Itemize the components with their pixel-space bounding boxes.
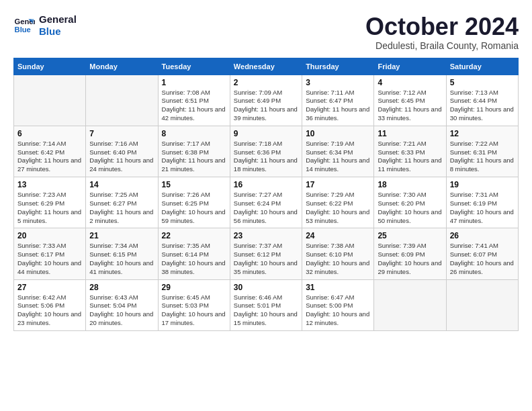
week-row-3: 13Sunrise: 7:23 AMSunset: 6:29 PMDayligh… [14, 177, 519, 228]
day-cell: 12Sunrise: 7:22 AMSunset: 6:31 PMDayligh… [446, 126, 518, 177]
day-cell: 24Sunrise: 7:38 AMSunset: 6:10 PMDayligh… [302, 228, 374, 279]
day-cell: 16Sunrise: 7:27 AMSunset: 6:24 PMDayligh… [230, 177, 302, 228]
day-cell: 28Sunrise: 6:43 AMSunset: 5:04 PMDayligh… [86, 279, 158, 330]
header-saturday: Saturday [446, 58, 518, 75]
day-cell [374, 279, 446, 330]
day-info: Sunrise: 7:39 AMSunset: 6:09 PMDaylight:… [378, 242, 442, 276]
day-cell: 31Sunrise: 6:47 AMSunset: 5:00 PMDayligh… [302, 279, 374, 330]
day-number: 14 [89, 180, 154, 189]
day-number: 31 [306, 283, 370, 292]
day-number: 22 [162, 231, 226, 240]
week-row-4: 20Sunrise: 7:33 AMSunset: 6:17 PMDayligh… [14, 228, 519, 279]
day-cell: 2Sunrise: 7:09 AMSunset: 6:49 PMDaylight… [230, 75, 302, 126]
day-info: Sunrise: 6:46 AMSunset: 5:01 PMDaylight:… [234, 293, 298, 328]
day-info: Sunrise: 6:42 AMSunset: 5:06 PMDaylight:… [17, 293, 82, 328]
day-cell: 8Sunrise: 7:17 AMSunset: 6:38 PMDaylight… [158, 126, 230, 177]
day-number: 18 [378, 180, 442, 189]
day-number: 9 [234, 129, 298, 138]
day-number: 23 [234, 231, 298, 240]
day-cell: 9Sunrise: 7:18 AMSunset: 6:36 PMDaylight… [230, 126, 302, 177]
header-thursday: Thursday [302, 58, 374, 75]
day-info: Sunrise: 7:12 AMSunset: 6:45 PMDaylight:… [378, 89, 442, 123]
day-number: 29 [162, 283, 226, 292]
day-number: 13 [17, 180, 82, 189]
day-info: Sunrise: 7:37 AMSunset: 6:12 PMDaylight:… [234, 242, 298, 276]
calendar-header-row: SundayMondayTuesdayWednesdayThursdayFrid… [14, 58, 519, 75]
day-info: Sunrise: 7:22 AMSunset: 6:31 PMDaylight:… [450, 140, 515, 174]
day-number: 3 [306, 78, 370, 87]
day-number: 1 [162, 78, 226, 87]
day-number: 5 [450, 78, 515, 87]
day-number: 17 [306, 180, 370, 189]
day-number: 28 [89, 283, 154, 292]
day-number: 6 [17, 129, 82, 138]
day-cell: 6Sunrise: 7:14 AMSunset: 6:42 PMDaylight… [14, 126, 86, 177]
header-tuesday: Tuesday [158, 58, 230, 75]
day-cell [14, 75, 86, 126]
day-cell: 5Sunrise: 7:13 AMSunset: 6:44 PMDaylight… [446, 75, 518, 126]
day-info: Sunrise: 7:23 AMSunset: 6:29 PMDaylight:… [17, 191, 82, 225]
day-number: 8 [162, 129, 226, 138]
day-info: Sunrise: 7:08 AMSunset: 6:51 PMDaylight:… [162, 89, 226, 123]
day-cell [86, 75, 158, 126]
day-info: Sunrise: 7:35 AMSunset: 6:14 PMDaylight:… [162, 242, 226, 276]
header-sunday: Sunday [14, 58, 86, 75]
day-info: Sunrise: 7:09 AMSunset: 6:49 PMDaylight:… [234, 89, 298, 123]
svg-text:Blue: Blue [15, 26, 31, 34]
header-wednesday: Wednesday [230, 58, 302, 75]
day-number: 24 [306, 231, 370, 240]
day-cell: 15Sunrise: 7:26 AMSunset: 6:25 PMDayligh… [158, 177, 230, 228]
day-cell: 30Sunrise: 6:46 AMSunset: 5:01 PMDayligh… [230, 279, 302, 330]
day-info: Sunrise: 7:34 AMSunset: 6:15 PMDaylight:… [89, 242, 154, 276]
day-cell: 11Sunrise: 7:21 AMSunset: 6:33 PMDayligh… [374, 126, 446, 177]
day-number: 10 [306, 129, 370, 138]
day-cell: 25Sunrise: 7:39 AMSunset: 6:09 PMDayligh… [374, 228, 446, 279]
day-cell: 3Sunrise: 7:11 AMSunset: 6:47 PMDaylight… [302, 75, 374, 126]
day-info: Sunrise: 7:17 AMSunset: 6:38 PMDaylight:… [162, 140, 226, 174]
day-info: Sunrise: 7:13 AMSunset: 6:44 PMDaylight:… [450, 89, 515, 123]
day-info: Sunrise: 7:27 AMSunset: 6:24 PMDaylight:… [234, 191, 298, 225]
day-number: 15 [162, 180, 226, 189]
day-number: 21 [89, 231, 154, 240]
day-cell: 10Sunrise: 7:19 AMSunset: 6:34 PMDayligh… [302, 126, 374, 177]
day-info: Sunrise: 7:14 AMSunset: 6:42 PMDaylight:… [17, 140, 82, 174]
month-title: October 2024 [365, 13, 519, 40]
day-info: Sunrise: 7:38 AMSunset: 6:10 PMDaylight:… [306, 242, 370, 276]
day-info: Sunrise: 6:45 AMSunset: 5:03 PMDaylight:… [162, 293, 226, 328]
day-number: 7 [89, 129, 154, 138]
day-info: Sunrise: 6:43 AMSunset: 5:04 PMDaylight:… [89, 293, 154, 328]
day-number: 20 [17, 231, 82, 240]
day-cell: 27Sunrise: 6:42 AMSunset: 5:06 PMDayligh… [14, 279, 86, 330]
day-cell: 7Sunrise: 7:16 AMSunset: 6:40 PMDaylight… [86, 126, 158, 177]
day-number: 25 [378, 231, 442, 240]
location: Dedulesti, Braila County, Romania [365, 40, 519, 51]
page-header: General Blue General Blue October 2024 D… [13, 13, 519, 51]
day-info: Sunrise: 7:31 AMSunset: 6:19 PMDaylight:… [450, 191, 515, 225]
day-info: Sunrise: 6:47 AMSunset: 5:00 PMDaylight:… [306, 293, 370, 328]
day-number: 27 [17, 283, 82, 292]
logo-line2: Blue [39, 26, 77, 38]
day-info: Sunrise: 7:41 AMSunset: 6:07 PMDaylight:… [450, 242, 515, 276]
day-cell: 29Sunrise: 6:45 AMSunset: 5:03 PMDayligh… [158, 279, 230, 330]
day-cell: 13Sunrise: 7:23 AMSunset: 6:29 PMDayligh… [14, 177, 86, 228]
week-row-2: 6Sunrise: 7:14 AMSunset: 6:42 PMDaylight… [14, 126, 519, 177]
day-info: Sunrise: 7:26 AMSunset: 6:25 PMDaylight:… [162, 191, 226, 225]
day-number: 4 [378, 78, 442, 87]
day-number: 26 [450, 231, 515, 240]
day-number: 11 [378, 129, 442, 138]
week-row-1: 1Sunrise: 7:08 AMSunset: 6:51 PMDaylight… [14, 75, 519, 126]
day-info: Sunrise: 7:33 AMSunset: 6:17 PMDaylight:… [17, 242, 82, 276]
day-number: 16 [234, 180, 298, 189]
day-number: 30 [234, 283, 298, 292]
day-cell: 4Sunrise: 7:12 AMSunset: 6:45 PMDaylight… [374, 75, 446, 126]
day-info: Sunrise: 7:11 AMSunset: 6:47 PMDaylight:… [306, 89, 370, 123]
day-cell: 21Sunrise: 7:34 AMSunset: 6:15 PMDayligh… [86, 228, 158, 279]
day-number: 12 [450, 129, 515, 138]
day-number: 19 [450, 180, 515, 189]
day-cell: 26Sunrise: 7:41 AMSunset: 6:07 PMDayligh… [446, 228, 518, 279]
week-row-5: 27Sunrise: 6:42 AMSunset: 5:06 PMDayligh… [14, 279, 519, 330]
day-cell: 18Sunrise: 7:30 AMSunset: 6:20 PMDayligh… [374, 177, 446, 228]
header-monday: Monday [86, 58, 158, 75]
calendar-table: SundayMondayTuesdayWednesdayThursdayFrid… [13, 58, 519, 331]
day-cell: 1Sunrise: 7:08 AMSunset: 6:51 PMDaylight… [158, 75, 230, 126]
